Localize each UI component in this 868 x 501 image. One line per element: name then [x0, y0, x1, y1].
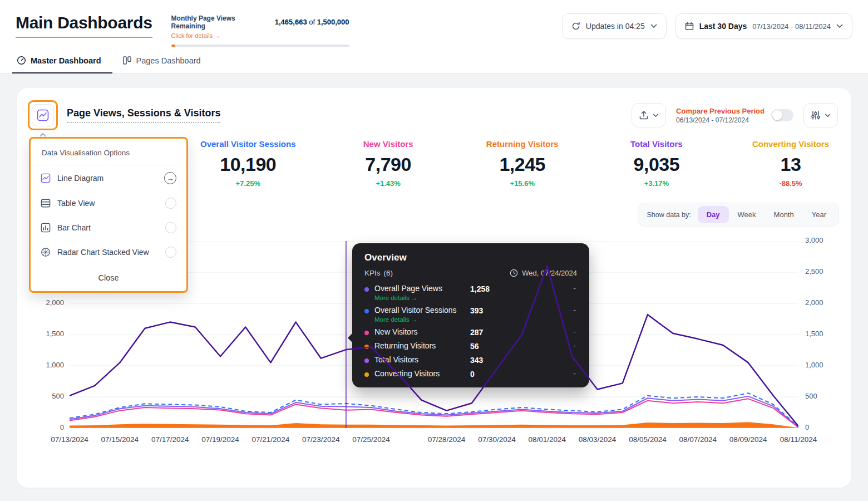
dashboard-tabs: Master Dashboard Pages Dashboard: [0, 50, 868, 73]
radar-icon: [41, 247, 51, 257]
show-data-by: Show data by: DayWeekMonthYear: [638, 203, 840, 227]
line-chart-icon: [37, 109, 49, 121]
quota-details-link[interactable]: Click for details →: [171, 32, 221, 39]
date-range-value: 07/13/2024 - 08/11/2024: [752, 22, 831, 31]
tooltip-row-label: Returning Visitors: [374, 341, 470, 350]
series-returning-visitors: [70, 422, 798, 428]
tooltip-date: Wed, 07/24/2024: [510, 269, 577, 277]
tooltip-row-label: New Visitors: [374, 327, 470, 336]
refresh-icon: [571, 22, 580, 31]
tooltip-row: Returning Visitors 56 -: [364, 339, 577, 353]
analytics-card: Page Views, Sessions & Visitors Compare …: [17, 88, 851, 488]
series-bullet: [364, 345, 369, 349]
tooltip-row: New Visitors 287 -: [364, 325, 577, 339]
show-data-option-week[interactable]: Week: [729, 206, 765, 223]
viz-close-button[interactable]: Close: [31, 264, 186, 291]
tooltip-row-compare: -: [573, 327, 577, 336]
tooltip-row-value: 343: [470, 355, 537, 365]
show-data-option-month[interactable]: Month: [765, 206, 803, 223]
kpi-delta: +3.17%: [615, 179, 698, 188]
x-axis-label: 08/01/2024: [519, 435, 575, 444]
viz-option-table-view[interactable]: Table View: [31, 191, 186, 215]
y-axis-label: 0: [36, 423, 64, 431]
tooltip-row-value: 287: [470, 327, 537, 337]
kpi-delta: -88.5%: [749, 179, 832, 188]
line-chart-icon: [41, 173, 51, 183]
viz-option-label: Bar Chart: [57, 223, 159, 232]
tab-pages-dashboard[interactable]: Pages Dashboard: [121, 50, 202, 73]
kpi-value: 9,035: [615, 154, 698, 175]
compare-range: 06/13/2024 - 07/12/2024: [676, 116, 765, 124]
more-details-link[interactable]: More details →: [374, 294, 470, 301]
chevron-up-icon: [40, 132, 46, 137]
show-data-option-day[interactable]: Day: [698, 206, 729, 223]
calendar-icon: [685, 22, 694, 31]
export-button[interactable]: [632, 103, 666, 127]
x-axis-label: 07/28/2024: [419, 435, 475, 444]
kpi-value: 7,790: [347, 154, 430, 175]
x-axis-label: 07/23/2024: [293, 435, 349, 444]
x-axis-label: 07/17/2024: [142, 435, 198, 444]
y-axis-label: 1,500: [805, 330, 832, 338]
x-axis-label: 08/05/2024: [620, 435, 675, 444]
kpi-value: 1,245: [481, 154, 564, 175]
x-axis-label: 07/13/2024: [42, 435, 97, 444]
visualization-options-button[interactable]: [32, 104, 54, 126]
x-axis-label: 07/15/2024: [92, 435, 147, 444]
series-total-visitors: [70, 396, 798, 427]
compare-toggle[interactable]: [771, 109, 793, 121]
series-overall-visitor-sessions: [70, 393, 798, 426]
tooltip-rows: Overall Page Views More details → 1,258 …: [364, 282, 577, 381]
tab-label: Master Dashboard: [31, 56, 101, 65]
radio-circle[interactable]: [165, 198, 176, 209]
tooltip-row-compare: -: [573, 306, 577, 315]
tooltip-row: Overall Page Views More details → 1,258 …: [364, 282, 577, 303]
chart-settings-button[interactable]: [803, 103, 838, 127]
tooltip-row-label: Converting Visitors: [374, 369, 470, 378]
tab-master-dashboard[interactable]: Master Dashboard: [16, 50, 102, 73]
chevron-down-icon: [650, 24, 657, 28]
kpi-label: New Visitors: [347, 139, 430, 149]
tooltip-row-compare: -: [573, 355, 577, 364]
radio-circle[interactable]: [165, 247, 176, 258]
viz-panel-title: Data Visualisation Options: [31, 139, 186, 165]
tooltip-row-compare: -: [573, 341, 577, 350]
viz-option-bar-chart[interactable]: Bar Chart: [31, 215, 186, 240]
show-data-option-year[interactable]: Year: [803, 206, 835, 223]
updates-button[interactable]: Updates in 04:25: [562, 13, 667, 39]
x-axis-label: 07/21/2024: [243, 435, 298, 444]
tab-label: Pages Dashboard: [136, 56, 201, 65]
clock-icon: [510, 269, 518, 277]
y-axis-label: 500: [36, 392, 64, 400]
series-bullet: [364, 372, 369, 377]
viz-option-label: Radar Chart Stacked View: [57, 248, 159, 257]
quota-widget: Monthly Page Views Remaining Click for d…: [171, 13, 349, 47]
tooltip-row-value: 1,258: [470, 284, 537, 293]
y-axis-label: 1,000: [36, 361, 64, 369]
show-data-by-options: DayWeekMonthYear: [698, 206, 835, 223]
chart-title: Page Views, Sessions & Visitors: [67, 107, 220, 123]
quota-of: of: [309, 18, 315, 26]
date-range-button[interactable]: Last 30 Days 07/13/2024 - 08/11/2024: [675, 13, 852, 39]
kpi-delta: +15.6%: [481, 179, 564, 188]
chart-tooltip: Overview KPIs (6) Wed, 07/24/2024 Overal…: [352, 243, 589, 387]
table-icon: [41, 198, 51, 208]
series-bullet: [364, 358, 369, 363]
kpi-converting-visitors: Converting Visitors 13 -88.5%: [749, 139, 832, 188]
x-axis-label: 07/19/2024: [193, 435, 248, 444]
arrow-circle-icon[interactable]: →: [164, 172, 176, 184]
tooltip-row-compare: -: [573, 284, 577, 293]
quota-progress-fill: [171, 45, 175, 47]
viz-option-line-diagram[interactable]: Line Diagram →: [31, 165, 186, 191]
kpi-value: 10,190: [200, 154, 295, 175]
y-axis-label: 2,000: [805, 298, 832, 307]
kpi-new-visitors: New Visitors 7,790 +1.43%: [347, 139, 430, 188]
viz-option-radar-chart-stacked-view[interactable]: Radar Chart Stacked View: [31, 240, 186, 264]
upload-icon: [639, 110, 649, 120]
kpi-label: Returning Visitors: [481, 139, 564, 149]
radio-circle[interactable]: [165, 222, 176, 233]
more-details-link[interactable]: More details →: [374, 316, 470, 323]
tooltip-row: Total Visitors 343 -: [364, 353, 577, 367]
gauge-icon: [17, 56, 26, 65]
y-axis-label: 0: [805, 423, 832, 431]
